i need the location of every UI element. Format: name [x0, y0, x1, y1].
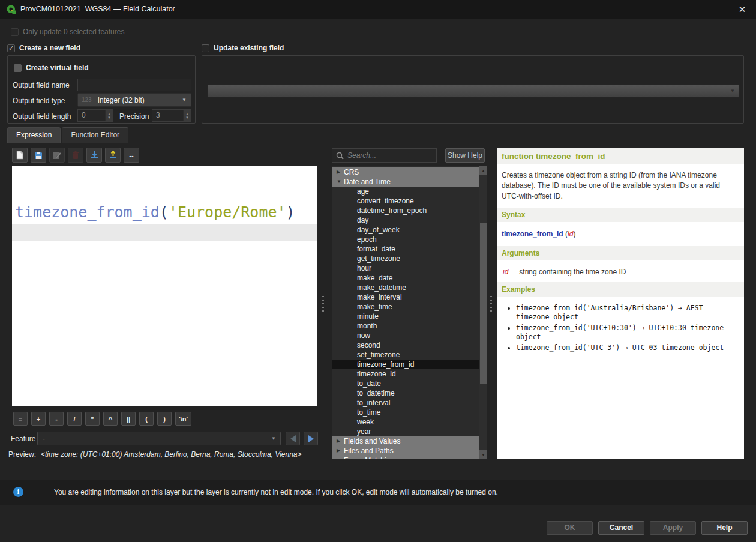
- scrollbar-thumb[interactable]: [480, 223, 487, 384]
- output-field-length-stepper[interactable]: 0 ▲ ▼: [77, 109, 113, 122]
- operator-button[interactable]: ): [157, 412, 172, 426]
- tree-function-item[interactable]: make_datetime: [332, 283, 479, 292]
- tree-group-row[interactable]: ▶CRS: [332, 167, 479, 177]
- operator-button[interactable]: -: [49, 412, 64, 426]
- tree-function-item[interactable]: day: [332, 215, 479, 225]
- spinner-arrows[interactable]: ▲ ▼: [183, 110, 191, 121]
- chevron-right-icon[interactable]: ▶: [337, 167, 344, 177]
- function-tree-scrollbar[interactable]: ▲ ▼: [479, 166, 487, 459]
- operator-button[interactable]: '\n': [175, 412, 191, 426]
- tree-function-item[interactable]: month: [332, 321, 479, 331]
- tree-function-item[interactable]: make_date: [332, 273, 479, 283]
- tree-function-item[interactable]: timezone_from_id: [332, 360, 479, 369]
- tree-group-row[interactable]: ▶Fields and Values: [332, 436, 479, 446]
- tree-item-label: datetime_from_epoch: [357, 206, 427, 215]
- tree-group-row[interactable]: ▼Date and Time: [332, 177, 479, 187]
- expression-code[interactable]: timezone_from_id('Europe/Rome'): [15, 203, 295, 221]
- expression-editor[interactable]: timezone_from_id('Europe/Rome'): [12, 166, 317, 406]
- left-splitter-handle[interactable]: [322, 296, 324, 313]
- operator-button[interactable]: =: [13, 412, 28, 426]
- tree-item-label: to_datetime: [357, 388, 395, 398]
- precision-value: 3: [152, 110, 183, 121]
- tree-function-item[interactable]: week: [332, 417, 479, 427]
- tree-function-item[interactable]: minute: [332, 312, 479, 321]
- tab-expression[interactable]: Expression: [7, 127, 61, 143]
- output-field-name-input[interactable]: [77, 79, 191, 91]
- tree-function-item[interactable]: age: [332, 187, 479, 196]
- previous-arrow-icon: [290, 435, 296, 442]
- tree-item-label: set_timezone: [357, 350, 400, 360]
- close-icon[interactable]: ✕: [736, 3, 749, 16]
- tab-function-editor[interactable]: Function Editor: [62, 127, 128, 143]
- export-expression-button[interactable]: [105, 148, 121, 163]
- delete-expression-button: [68, 148, 83, 163]
- chevron-right-icon[interactable]: ▶: [337, 456, 344, 459]
- operator-button[interactable]: (: [139, 412, 154, 426]
- tree-function-item[interactable]: to_datetime: [332, 388, 479, 398]
- cancel-button[interactable]: Cancel: [598, 521, 644, 535]
- show-help-button[interactable]: Show Help: [445, 148, 485, 163]
- window-title: ProvCM01012021_WGS84 — Field Calculator: [20, 5, 175, 13]
- tree-function-item[interactable]: to_interval: [332, 398, 479, 408]
- expression-extra-button[interactable]: --: [124, 148, 139, 163]
- spinner-arrows[interactable]: ▲ ▼: [105, 110, 113, 121]
- next-feature-button[interactable]: [304, 432, 318, 445]
- tree-function-item[interactable]: now: [332, 331, 479, 340]
- operator-button[interactable]: ^: [103, 412, 118, 426]
- scroll-down-icon[interactable]: ▼: [479, 450, 487, 459]
- checkbox-box[interactable]: [202, 44, 209, 52]
- right-splitter-handle[interactable]: [490, 296, 492, 313]
- tree-function-item[interactable]: convert_timezone: [332, 196, 479, 206]
- help-button[interactable]: Help: [701, 521, 748, 535]
- create-new-field-checkbox[interactable]: ✓ Create a new field: [7, 44, 80, 52]
- syntax-heading: Syntax: [497, 208, 744, 222]
- argument-description: string containing the time zone ID: [519, 268, 626, 276]
- spin-down-icon[interactable]: ▼: [107, 116, 111, 119]
- update-existing-field-checkbox[interactable]: Update existing field: [202, 44, 284, 52]
- tree-function-item[interactable]: make_time: [332, 302, 479, 312]
- apply-button: Apply: [650, 521, 696, 535]
- chevron-right-icon[interactable]: ▶: [337, 446, 344, 456]
- create-virtual-field-checkbox[interactable]: Create virtual field: [14, 64, 89, 72]
- tree-item-label: make_datetime: [357, 283, 406, 292]
- tree-item-label: minute: [357, 312, 379, 321]
- tree-function-item[interactable]: format_date: [332, 244, 479, 254]
- tab-bar: Expression Function Editor: [7, 127, 128, 143]
- tree-function-item[interactable]: to_date: [332, 379, 479, 388]
- checkbox-box[interactable]: ✓: [7, 44, 15, 52]
- scroll-up-icon[interactable]: ▲: [479, 166, 487, 175]
- tree-function-item[interactable]: day_of_week: [332, 225, 479, 235]
- tree-function-item[interactable]: timezone_id: [332, 369, 479, 379]
- tree-function-item[interactable]: make_interval: [332, 292, 479, 302]
- save-expression-button[interactable]: [31, 148, 46, 163]
- tree-function-item[interactable]: get_timezone: [332, 254, 479, 263]
- chevron-right-icon[interactable]: ▶: [337, 436, 344, 446]
- new-expression-button[interactable]: [12, 148, 28, 163]
- operator-button[interactable]: ||: [121, 412, 136, 426]
- function-search-input[interactable]: Search...: [332, 148, 437, 163]
- precision-stepper[interactable]: 3 ▲ ▼: [152, 109, 191, 122]
- tree-function-item[interactable]: hour: [332, 263, 479, 273]
- feature-select[interactable]: - ▼: [37, 432, 281, 445]
- tree-item-label: month: [357, 321, 377, 331]
- tree-function-item[interactable]: to_time: [332, 408, 479, 417]
- tree-function-item[interactable]: set_timezone: [332, 350, 479, 360]
- spin-down-icon[interactable]: ▼: [185, 116, 189, 119]
- output-field-type-select[interactable]: 123 Integer (32 bit) ▼: [77, 93, 191, 107]
- import-expression-button[interactable]: [86, 148, 102, 163]
- tree-item-label: timezone_id: [357, 369, 396, 379]
- output-field-type-label: Output field type: [13, 97, 65, 105]
- tree-item-label: to_date: [357, 379, 381, 388]
- operator-button[interactable]: /: [67, 412, 82, 426]
- tree-function-item[interactable]: datetime_from_epoch: [332, 206, 479, 215]
- operator-button[interactable]: +: [31, 412, 46, 426]
- integer-type-icon: 123: [82, 97, 92, 103]
- tree-group-row[interactable]: ▶Files and Paths: [332, 446, 479, 456]
- chevron-down-icon[interactable]: ▼: [337, 177, 344, 187]
- tree-function-item[interactable]: epoch: [332, 235, 479, 244]
- operator-button[interactable]: *: [85, 412, 100, 426]
- tree-function-item[interactable]: year: [332, 427, 479, 436]
- tree-function-item[interactable]: second: [332, 340, 479, 350]
- checkbox-box[interactable]: [14, 64, 22, 72]
- tree-group-row[interactable]: ▶Fuzzy Matching: [332, 456, 479, 459]
